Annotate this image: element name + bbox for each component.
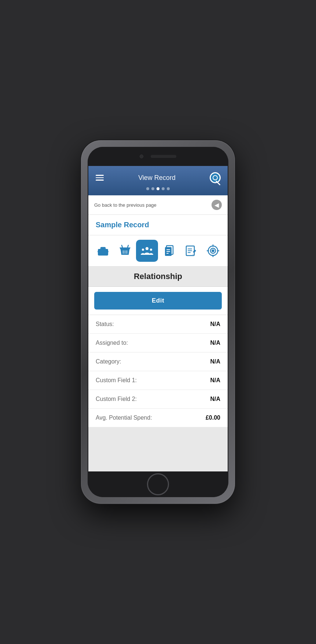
menu-button[interactable] xyxy=(94,173,105,182)
camera xyxy=(140,155,143,158)
field-value-category: N/A xyxy=(210,358,220,365)
phone-bottom xyxy=(88,471,228,497)
dot-4[interactable] xyxy=(162,187,165,190)
hamburger-line-2 xyxy=(96,177,104,178)
notes-icon[interactable] xyxy=(180,240,202,262)
svg-rect-14 xyxy=(166,249,170,250)
icon-toolbar xyxy=(88,235,228,267)
pagination-dots xyxy=(94,184,222,192)
dot-3[interactable] xyxy=(157,187,159,190)
field-row-status: Status: N/A xyxy=(88,315,228,334)
svg-point-9 xyxy=(146,247,148,250)
svg-rect-4 xyxy=(102,251,104,253)
briefcase-icon[interactable] xyxy=(92,240,114,262)
app-header: View Record xyxy=(88,166,228,195)
field-label-category: Category: xyxy=(96,358,121,365)
field-value-custom1: N/A xyxy=(210,377,220,384)
speaker xyxy=(151,155,176,158)
app-header-top: View Record xyxy=(94,171,222,184)
dot-1[interactable] xyxy=(146,187,149,190)
field-label-assigned: Assigned to: xyxy=(96,340,128,346)
field-row-custom1: Custom Field 1: N/A xyxy=(88,371,228,390)
svg-point-11 xyxy=(150,249,152,251)
fields-list: Status: N/A Assigned to: N/A Category: N… xyxy=(88,315,228,427)
bottom-area xyxy=(88,427,228,471)
svg-point-10 xyxy=(142,249,144,251)
field-label-custom2: Custom Field 2: xyxy=(96,396,137,402)
field-label-status: Status: xyxy=(96,321,114,328)
edit-button[interactable]: Edit xyxy=(94,292,222,310)
record-title: Sample Record xyxy=(96,221,149,229)
field-value-assigned: N/A xyxy=(210,340,220,346)
phone-inner: View Record Go xyxy=(88,147,228,497)
field-label-spend: Avg. Potential Spend: xyxy=(96,415,152,421)
svg-point-23 xyxy=(212,250,214,252)
documents-icon[interactable] xyxy=(158,240,180,262)
hamburger-line-1 xyxy=(96,175,104,176)
search-icon xyxy=(210,172,221,183)
dot-5[interactable] xyxy=(167,187,170,190)
record-title-bar: Sample Record xyxy=(88,215,228,235)
search-glass xyxy=(213,175,218,180)
home-button[interactable] xyxy=(147,473,169,495)
back-text: Go back to the previous page xyxy=(94,202,157,208)
field-row-category: Category: N/A xyxy=(88,352,228,371)
svg-rect-16 xyxy=(166,253,169,254)
svg-rect-18 xyxy=(188,249,192,249)
field-row-custom2: Custom Field 2: N/A xyxy=(88,390,228,409)
field-value-custom2: N/A xyxy=(210,396,220,402)
field-value-spend: £0.00 xyxy=(206,415,220,421)
section-header: Relationship xyxy=(88,267,228,287)
basket-icon[interactable] xyxy=(114,240,136,262)
target-icon[interactable] xyxy=(202,240,224,262)
edit-button-container: Edit xyxy=(88,287,228,315)
phone-top-bar xyxy=(88,147,228,166)
field-row-spend: Avg. Potential Spend: £0.00 xyxy=(88,409,228,427)
svg-rect-2 xyxy=(101,247,105,249)
screen: View Record Go xyxy=(88,166,228,471)
field-label-custom1: Custom Field 1: xyxy=(96,377,137,384)
field-value-status: N/A xyxy=(210,321,220,328)
dot-2[interactable] xyxy=(151,187,154,190)
svg-rect-20 xyxy=(188,252,191,253)
field-row-assigned: Assigned to: N/A xyxy=(88,334,228,352)
svg-rect-19 xyxy=(188,250,192,251)
header-title: View Record xyxy=(105,174,209,182)
svg-rect-15 xyxy=(166,251,170,252)
hamburger-line-3 xyxy=(96,180,104,181)
search-button[interactable] xyxy=(209,171,222,184)
back-button[interactable]: ◀ xyxy=(212,200,222,210)
phone-frame: View Record Go xyxy=(81,140,235,504)
section-title: Relationship xyxy=(134,272,182,281)
team-icon[interactable] xyxy=(136,240,158,262)
back-bar: Go back to the previous page ◀ xyxy=(88,195,228,215)
